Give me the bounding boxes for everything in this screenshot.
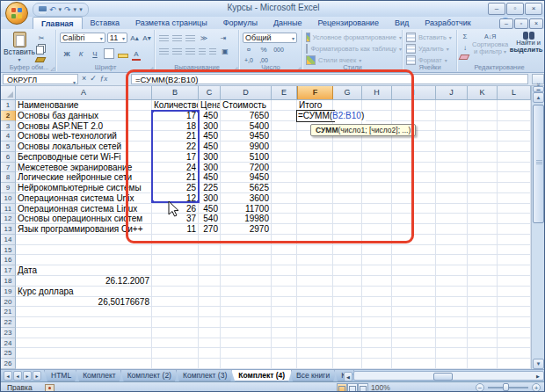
- cell-B13[interactable]: 11: [152, 224, 199, 235]
- cell-H17[interactable]: [362, 265, 392, 276]
- cell-G16[interactable]: [333, 255, 362, 265]
- sheet-grid[interactable]: 1НаименованиеКоличествоЦенаСтоимостьИтог…: [1, 100, 532, 369]
- number-group-label[interactable]: Число: [240, 63, 302, 71]
- cell-C14[interactable]: [199, 235, 221, 245]
- cell-B21[interactable]: [152, 307, 199, 317]
- cell-E21[interactable]: [272, 307, 297, 317]
- cell-E25[interactable]: [272, 348, 297, 359]
- cell-K3[interactable]: [468, 121, 498, 132]
- cell-I20[interactable]: [392, 297, 436, 308]
- cell-I13[interactable]: [392, 224, 436, 235]
- cell-C7[interactable]: 300: [199, 163, 221, 173]
- cell-I10[interactable]: [392, 193, 436, 204]
- prev-sheet-icon[interactable]: ◂: [13, 371, 22, 381]
- cell-J7[interactable]: [436, 163, 468, 173]
- cell-C11[interactable]: 450: [199, 204, 221, 214]
- cell-H2[interactable]: [362, 111, 392, 121]
- thousands-format-icon[interactable]: 000: [273, 45, 284, 54]
- cell-K5[interactable]: [468, 142, 498, 152]
- row-header-11[interactable]: 11: [1, 204, 16, 214]
- column-header-D[interactable]: D: [221, 86, 272, 99]
- row-header-10[interactable]: 10: [1, 193, 16, 204]
- cell-I26[interactable]: [392, 359, 436, 369]
- cell-D15[interactable]: [221, 245, 272, 256]
- cell-H8[interactable]: [362, 172, 392, 183]
- vertical-scroll-thumb[interactable]: [533, 105, 544, 223]
- close-button[interactable]: ×: [525, 3, 542, 15]
- cell-L18[interactable]: [498, 276, 531, 287]
- alignment-dialog-launcher-icon[interactable]: ◿: [233, 65, 237, 71]
- cell-D23[interactable]: [221, 328, 272, 338]
- cell-I15[interactable]: [392, 245, 436, 256]
- cell-C1[interactable]: Цена: [199, 100, 221, 111]
- cell-G18[interactable]: [333, 276, 362, 287]
- cell-J8[interactable]: [436, 172, 468, 183]
- cell-L11[interactable]: [498, 204, 531, 214]
- cell-K13[interactable]: [468, 224, 498, 235]
- cell-L10[interactable]: [498, 193, 531, 204]
- row-header-25[interactable]: 25: [1, 348, 16, 359]
- align-left-icon[interactable]: [159, 48, 169, 55]
- delete-cells-button[interactable]: Удалить▾: [406, 43, 456, 54]
- cell-A9[interactable]: Нейрокомпьютерные системы: [16, 183, 152, 193]
- cell-D11[interactable]: 11700: [221, 204, 272, 214]
- row-header-17[interactable]: 17: [1, 265, 16, 276]
- cell-H14[interactable]: [362, 235, 392, 245]
- shrink-font-icon[interactable]: А▾: [142, 33, 152, 43]
- normal-view-button[interactable]: [337, 383, 347, 392]
- cell-H13[interactable]: [362, 224, 392, 235]
- cell-J16[interactable]: [436, 255, 468, 265]
- cell-K22[interactable]: [468, 317, 498, 328]
- cell-A22[interactable]: [16, 317, 152, 328]
- scroll-up-icon[interactable]: ▲: [533, 92, 544, 103]
- cell-C20[interactable]: [199, 297, 221, 308]
- cell-H15[interactable]: [362, 245, 392, 256]
- cell-H9[interactable]: [362, 183, 392, 193]
- cell-E10[interactable]: [272, 193, 297, 204]
- vertical-scrollbar[interactable]: ▬ ▲ ▼: [531, 86, 544, 369]
- cell-G7[interactable]: [333, 163, 362, 173]
- cell-D20[interactable]: [221, 297, 272, 308]
- cell-K11[interactable]: [468, 204, 498, 214]
- cell-J25[interactable]: [436, 348, 468, 359]
- cell-E1[interactable]: [272, 100, 297, 111]
- cell-H21[interactable]: [362, 307, 392, 317]
- row-header-23[interactable]: 23: [1, 328, 16, 338]
- column-header-I[interactable]: I: [392, 86, 436, 99]
- cell-A11[interactable]: Операционная система Linux: [16, 204, 152, 214]
- cell-F6[interactable]: [297, 152, 333, 163]
- cell-G13[interactable]: [333, 224, 362, 235]
- cell-A3[interactable]: Основы ASP.NET 2.0: [16, 121, 152, 132]
- cell-F17[interactable]: [297, 265, 333, 276]
- cell-E23[interactable]: [272, 328, 297, 338]
- sheet-tab-Комплект (4)[interactable]: Комплект (4): [231, 370, 292, 381]
- borders-icon[interactable]: [104, 48, 114, 59]
- cell-F20[interactable]: [297, 297, 333, 308]
- align-center-icon[interactable]: [172, 48, 182, 55]
- cell-E13[interactable]: [272, 224, 297, 235]
- cell-L22[interactable]: [498, 317, 531, 328]
- number-dialog-launcher-icon[interactable]: ◿: [296, 65, 301, 71]
- paste-button[interactable]: Вставить ▾: [4, 32, 34, 67]
- cell-D22[interactable]: [221, 317, 272, 328]
- row-header-13[interactable]: 13: [1, 224, 16, 235]
- zoom-slider-thumb[interactable]: [503, 383, 509, 391]
- paste-dropdown-icon[interactable]: ▾: [18, 56, 20, 62]
- cell-G23[interactable]: [333, 328, 362, 338]
- cell-L2[interactable]: [498, 111, 531, 121]
- cell-D1[interactable]: Стоимость: [221, 100, 272, 111]
- cell-E17[interactable]: [272, 265, 297, 276]
- grow-font-icon[interactable]: А▴: [129, 33, 140, 43]
- row-header-3[interactable]: 3: [1, 121, 16, 132]
- office-button[interactable]: [5, 2, 28, 25]
- row-header-21[interactable]: 21: [1, 307, 16, 317]
- cell-C26[interactable]: [199, 359, 221, 369]
- cell-G20[interactable]: [333, 297, 362, 308]
- cell-A13[interactable]: Язык программирования Си++: [16, 224, 152, 235]
- cell-C12[interactable]: 540: [199, 214, 221, 224]
- cell-J4[interactable]: [436, 131, 468, 142]
- bold-button[interactable]: Ж: [62, 49, 72, 59]
- cell-K4[interactable]: [468, 131, 498, 142]
- sheet-tab-HTML[interactable]: HTML: [44, 370, 78, 381]
- cell-H24[interactable]: [362, 338, 392, 349]
